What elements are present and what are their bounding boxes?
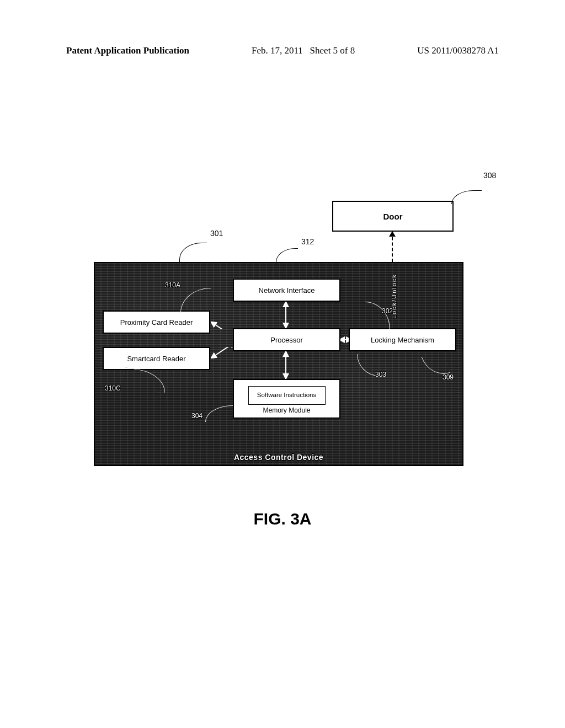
processor-box: Processor — [233, 328, 340, 351]
ref-304: 304 — [191, 412, 202, 420]
connector-smart-proc — [211, 347, 235, 359]
proximity-card-reader-box: Proximity Card Reader — [103, 311, 210, 334]
locking-mechanism-box: Locking Mechanism — [349, 328, 456, 351]
locking-mechanism-label: Locking Mechanism — [371, 336, 434, 344]
processor-label: Processor — [270, 336, 303, 344]
proximity-card-reader-label: Proximity Card Reader — [120, 318, 193, 326]
connector-prox-proc — [211, 317, 235, 329]
ref-303: 303 — [375, 371, 386, 378]
lead-line-301 — [179, 243, 207, 262]
memory-module-box: Software Instructions Memory Module — [233, 379, 340, 419]
header-right: US 2011/0038278 A1 — [417, 45, 499, 56]
lead-line-310a — [180, 288, 211, 313]
connector-proc-mem — [280, 351, 291, 379]
figure-caption: FIG. 3A — [0, 510, 565, 528]
svg-line-0 — [213, 323, 233, 329]
door-box: Door — [332, 201, 454, 232]
header-sheet: Sheet 5 of 8 — [310, 45, 355, 56]
connector-netif-proc — [280, 302, 291, 328]
ref-310a: 310A — [165, 281, 180, 289]
software-instructions-label: Software Instructions — [257, 392, 316, 399]
network-interface-label: Network Interface — [259, 286, 315, 295]
device-title: Access Control Device — [95, 453, 462, 462]
arrowhead-up-icon — [389, 231, 396, 237]
software-instructions-box: Software Instructions — [248, 386, 326, 405]
ref-312: 312 — [301, 237, 314, 246]
ref-308: 308 — [483, 171, 496, 180]
lead-line-302 — [365, 302, 390, 329]
smartcard-reader-label: Smartcard Reader — [127, 355, 185, 363]
ref-309: 309 — [443, 373, 454, 381]
header-mid: Feb. 17, 2011 Sheet 5 of 8 — [252, 45, 355, 56]
page-header: Patent Application Publication Feb. 17, … — [0, 45, 565, 56]
lock-unlock-label: Lock/Unlock — [391, 265, 399, 327]
lead-line-312 — [276, 248, 298, 264]
lead-line-310c — [121, 367, 168, 393]
ref-302: 302 — [382, 307, 393, 315]
ref-310c: 310C — [105, 384, 121, 392]
figure-area: Door 308 301 312 Lock/Unlock Network Int… — [94, 165, 480, 518]
network-interface-box: Network Interface — [233, 279, 340, 302]
door-label: Door — [383, 212, 403, 221]
smartcard-reader-box: Smartcard Reader — [103, 347, 210, 370]
svg-line-1 — [213, 347, 233, 357]
header-left: Patent Application Publication — [66, 45, 189, 56]
access-control-device-panel: Lock/Unlock Network Interface Proximity … — [94, 262, 463, 466]
ref-301: 301 — [210, 229, 223, 238]
lead-line-308 — [451, 190, 482, 204]
lead-line-304 — [205, 405, 233, 422]
memory-module-label: Memory Module — [263, 406, 310, 414]
header-date: Feb. 17, 2011 — [252, 45, 303, 56]
